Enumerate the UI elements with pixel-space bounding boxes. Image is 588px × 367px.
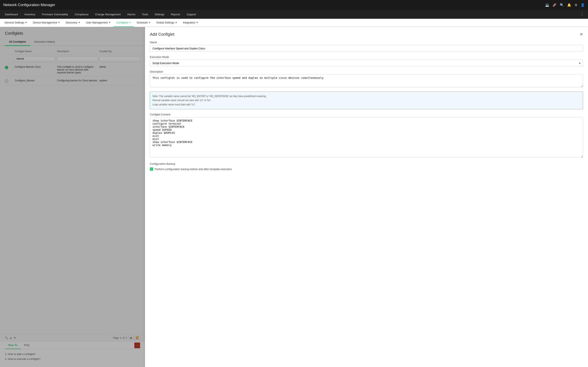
subnav-discovery[interactable]: Discovery ▼ xyxy=(63,19,83,27)
chevron-down-icon: ▼ xyxy=(109,21,111,24)
monitor-icon[interactable]: 💻 xyxy=(545,3,549,7)
top-bar-icons: 💻 🚀 🔍 🔔 ⚙ 👤 xyxy=(545,3,585,7)
add-configlet-dialog: Add Configlet ✕ Name Execution Mode Scri… xyxy=(145,27,588,367)
nav-compliance[interactable]: Compliance xyxy=(71,10,92,19)
content-textarea[interactable]: show interface $INTERFACE configure term… xyxy=(150,117,583,158)
config-backup-text: Perform configuration backup before and … xyxy=(155,167,232,171)
name-field-group: Name xyxy=(150,41,583,52)
dialog-header: Add Configlet ✕ xyxy=(150,32,583,37)
user-icon[interactable]: 👤 xyxy=(581,3,585,7)
chevron-down-icon: ▼ xyxy=(175,21,177,24)
app-title: Network Configuration Manager xyxy=(3,3,55,7)
content-label: Configlet Content xyxy=(150,113,583,116)
nav-tools[interactable]: Tools xyxy=(139,10,151,19)
chevron-down-icon: ▼ xyxy=(58,21,60,24)
content-field-group: Configlet Content show interface $INTERF… xyxy=(150,113,583,158)
description-label: Description xyxy=(150,70,583,73)
search-icon[interactable]: 🔍 xyxy=(560,3,564,7)
dialog-title: Add Configlet xyxy=(150,32,174,37)
config-backup-label: Configuration Backup xyxy=(150,162,583,165)
config-backup-section: Configuration Backup ✓ Perform configura… xyxy=(150,162,583,171)
nav-support[interactable]: Support xyxy=(183,10,199,19)
nav-dashboard[interactable]: Dashboard xyxy=(2,10,21,19)
top-bar: Network Configuration Manager 💻 🚀 🔍 🔔 ⚙ … xyxy=(0,0,588,10)
nav-settings[interactable]: Settings xyxy=(151,10,168,19)
note-line-3: Loop variable name must start with 'LV'. xyxy=(153,103,580,107)
name-input[interactable] xyxy=(150,45,583,52)
chevron-down-icon: ▼ xyxy=(149,21,151,24)
rocket-icon[interactable]: 🚀 xyxy=(553,3,557,7)
sub-nav: General Settings ▼ Device Management ▼ D… xyxy=(0,19,588,27)
chevron-down-icon: ▼ xyxy=(78,21,80,24)
nav-alarms[interactable]: Alarms xyxy=(124,10,139,19)
subnav-user-management[interactable]: User Management ▼ xyxy=(83,19,113,27)
nav-inventory[interactable]: Inventory xyxy=(21,10,39,19)
note-line-1: Note :The variable name cannot be 'NO_EN… xyxy=(153,94,580,98)
description-field-group: Description This configlet is used to co… xyxy=(150,70,583,88)
bell-icon[interactable]: 🔔 xyxy=(567,3,571,7)
nav-reports[interactable]: Reports xyxy=(168,10,183,19)
dialog-close-button[interactable]: ✕ xyxy=(580,32,583,37)
nav-bar: Dashboard Inventory Firmware Vulnerabili… xyxy=(0,10,588,19)
subnav-configlets[interactable]: Configlets ▼ xyxy=(113,19,134,27)
config-backup-checkbox[interactable]: ✓ xyxy=(150,167,153,171)
description-textarea[interactable]: This configlet is used to configure the … xyxy=(150,75,583,87)
execution-mode-select[interactable]: Script Execution Mode CLI Execution Mode… xyxy=(150,60,583,67)
execution-mode-field-group: Execution Mode Script Execution Mode CLI… xyxy=(150,55,583,67)
chevron-down-icon: ▼ xyxy=(196,21,198,24)
nav-firmware[interactable]: Firmware Vulnerability xyxy=(39,10,71,19)
subnav-device-management[interactable]: Device Management ▼ xyxy=(30,19,63,27)
nav-change[interactable]: Change Management xyxy=(92,10,124,19)
execution-mode-wrapper: Script Execution Mode CLI Execution Mode… xyxy=(150,60,583,67)
subnav-integration[interactable]: Integration ▼ xyxy=(180,19,201,27)
note-box: Note :The variable name cannot be 'NO_EN… xyxy=(150,92,583,109)
subnav-general-settings[interactable]: General Settings ▼ xyxy=(2,19,30,27)
config-backup-row: ✓ Perform configuration backup before an… xyxy=(150,167,583,171)
name-label: Name xyxy=(150,41,583,44)
chevron-down-icon: ▼ xyxy=(25,21,27,24)
gear-icon[interactable]: ⚙ xyxy=(575,3,577,7)
chevron-down-icon: ▼ xyxy=(129,21,131,24)
execution-mode-label: Execution Mode xyxy=(150,55,583,58)
note-line-2: Normal variable name should not start wi… xyxy=(153,98,580,102)
more-menu-button[interactable]: ⋮ xyxy=(578,12,586,17)
subnav-global-settings[interactable]: Global Settings ▼ xyxy=(154,19,180,27)
main-content: Configlets All Configlets Execution Hist… xyxy=(0,27,588,367)
subnav-schedule[interactable]: Schedule ▼ xyxy=(134,19,153,27)
